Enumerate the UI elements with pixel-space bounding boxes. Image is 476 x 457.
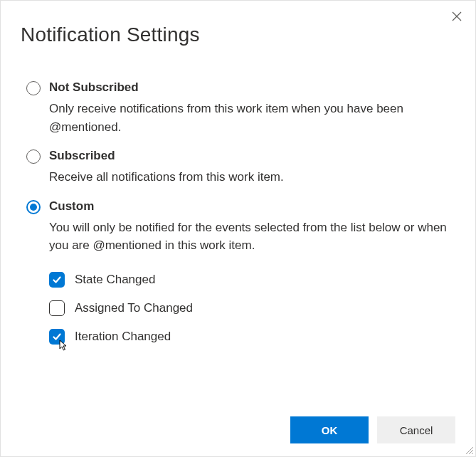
option-label: Custom — [49, 199, 94, 214]
option-custom[interactable]: Custom — [26, 199, 450, 214]
event-assigned-to-changed[interactable]: Assigned To Changed — [49, 300, 450, 316]
option-not-subscribed-desc: Only receive notifications from this wor… — [49, 100, 450, 136]
option-subscribed-desc: Receive all notifications from this work… — [49, 168, 450, 187]
cancel-button[interactable]: Cancel — [377, 416, 455, 443]
dialog-footer: OK Cancel — [290, 416, 455, 443]
event-iteration-changed[interactable]: Iteration Changed — [49, 329, 450, 345]
notification-options: Not Subscribed Only receive notification… — [26, 80, 450, 345]
custom-events-list: State Changed Assigned To Changed Iterat… — [49, 272, 450, 345]
checkbox-checked-icon — [49, 272, 65, 288]
option-subscribed[interactable]: Subscribed — [26, 149, 450, 164]
checkbox-checked-icon — [49, 329, 65, 345]
radio-icon — [26, 81, 41, 95]
event-label: Assigned To Changed — [75, 301, 193, 315]
event-state-changed[interactable]: State Changed — [49, 272, 450, 288]
svg-line-4 — [472, 453, 473, 454]
event-label: State Changed — [75, 273, 155, 287]
event-label: Iteration Changed — [75, 330, 171, 344]
option-custom-desc: You will only be notified for the events… — [49, 219, 450, 255]
close-icon — [452, 11, 462, 24]
radio-icon — [26, 200, 41, 214]
option-label: Subscribed — [49, 149, 115, 163]
checkbox-unchecked-icon — [49, 300, 65, 316]
resize-grip-icon[interactable] — [464, 445, 474, 455]
close-button[interactable] — [445, 6, 468, 29]
radio-icon — [26, 149, 41, 164]
option-not-subscribed[interactable]: Not Subscribed — [26, 80, 450, 95]
option-label: Not Subscribed — [49, 80, 139, 95]
ok-button[interactable]: OK — [290, 416, 369, 443]
dialog-title: Notification Settings — [21, 23, 475, 46]
